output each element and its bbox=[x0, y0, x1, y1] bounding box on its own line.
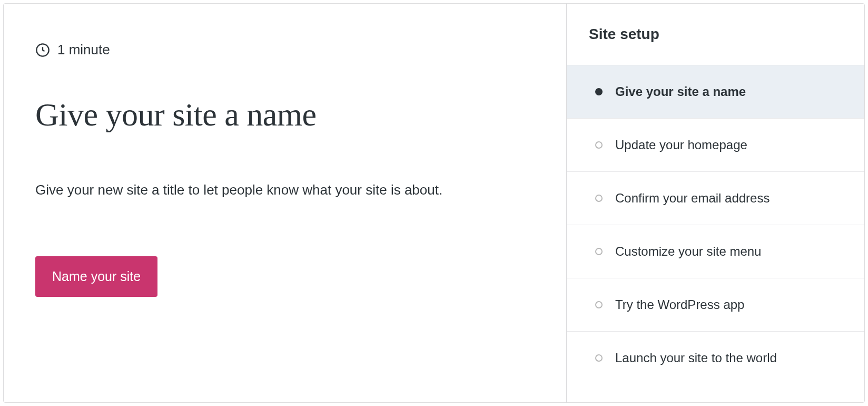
step-label: Give your site a name bbox=[615, 84, 746, 99]
step-label: Launch your site to the world bbox=[615, 351, 777, 365]
time-estimate-text: 1 minute bbox=[57, 42, 110, 58]
sidebar: Site setup Give your site a name Update … bbox=[567, 4, 864, 402]
step-label: Update your homepage bbox=[615, 138, 747, 152]
page-title: Give your site a name bbox=[35, 96, 535, 133]
bullet-icon bbox=[595, 195, 603, 202]
bullet-icon bbox=[595, 354, 603, 362]
bullet-icon bbox=[595, 301, 603, 308]
step-customize-menu[interactable]: Customize your site menu bbox=[567, 225, 864, 278]
bullet-icon bbox=[595, 141, 603, 149]
bullet-icon bbox=[595, 248, 603, 255]
steps-list: Give your site a name Update your homepa… bbox=[567, 65, 864, 384]
step-label: Try the WordPress app bbox=[615, 297, 744, 312]
step-wordpress-app[interactable]: Try the WordPress app bbox=[567, 278, 864, 332]
step-label: Customize your site menu bbox=[615, 244, 761, 259]
step-label: Confirm your email address bbox=[615, 191, 770, 206]
step-give-site-name[interactable]: Give your site a name bbox=[567, 65, 864, 119]
page-description: Give your new site a title to let people… bbox=[35, 182, 535, 198]
bullet-icon bbox=[595, 88, 603, 95]
step-update-homepage[interactable]: Update your homepage bbox=[567, 119, 864, 172]
clock-icon bbox=[35, 43, 50, 57]
step-launch-site[interactable]: Launch your site to the world bbox=[567, 332, 864, 384]
sidebar-title: Site setup bbox=[567, 4, 864, 65]
time-estimate: 1 minute bbox=[35, 42, 535, 58]
main-content: 1 minute Give your site a name Give your… bbox=[4, 4, 567, 402]
site-setup-card: 1 minute Give your site a name Give your… bbox=[3, 3, 865, 403]
step-confirm-email[interactable]: Confirm your email address bbox=[567, 172, 864, 225]
name-your-site-button[interactable]: Name your site bbox=[35, 256, 157, 297]
